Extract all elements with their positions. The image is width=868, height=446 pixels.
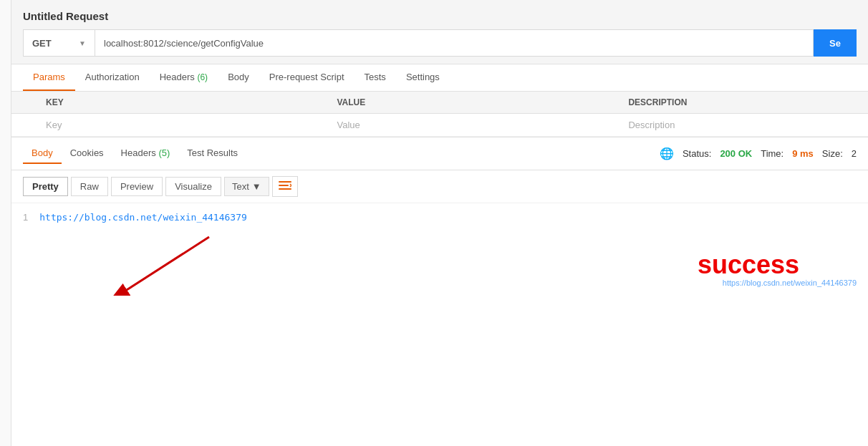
response-tabs: Body Cookies Headers (5) Test Results [23, 143, 660, 164]
svg-rect-1 [279, 185, 289, 186]
arrow-icon [80, 230, 223, 296]
main-content: Untitled Request GET ▼ Se Params Authori… [11, 0, 868, 296]
status-value: 200 OK [720, 148, 752, 159]
wrap-button[interactable] [272, 176, 298, 197]
response-body: 1 https://blog.csdn.net/weixin_44146379 … [11, 203, 868, 296]
type-label: Text [232, 181, 249, 192]
globe-icon[interactable]: 🌐 [660, 147, 674, 160]
watermark-text: https://blog.csdn.net/weixin_44146379 [723, 278, 857, 287]
format-preview-btn[interactable]: Preview [111, 177, 163, 196]
response-meta: 🌐 Status: 200 OK Time: 9 ms Size: 2 [660, 147, 857, 160]
tab-body[interactable]: Body [218, 64, 259, 91]
tab-response-headers[interactable]: Headers (5) [112, 143, 179, 164]
time-label: Time: [761, 148, 783, 159]
format-raw-btn[interactable]: Raw [71, 177, 108, 196]
request-title: Untitled Request [23, 6, 857, 29]
response-bar: Body Cookies Headers (5) Test Results 🌐 … [11, 137, 868, 170]
svg-rect-2 [279, 188, 291, 190]
success-text: success [698, 250, 799, 280]
top-bar: Untitled Request GET ▼ Se [11, 0, 868, 64]
line-number: 1 [23, 212, 28, 223]
svg-line-4 [109, 237, 209, 296]
response-line-1: 1 https://blog.csdn.net/weixin_44146379 [23, 212, 857, 223]
tab-tests[interactable]: Tests [355, 64, 396, 91]
format-pretty-btn[interactable]: Pretty [23, 177, 68, 196]
wrap-icon [279, 180, 291, 190]
size-value: 2 [852, 148, 857, 159]
tab-authorization[interactable]: Authorization [75, 64, 150, 91]
params-table: KEY VALUE DESCRIPTION Key Value Descript… [11, 92, 868, 137]
method-label: GET [32, 38, 52, 49]
col-value-header: VALUE [325, 92, 617, 114]
tab-pre-request[interactable]: Pre-request Script [259, 64, 355, 91]
tab-response-body[interactable]: Body [23, 143, 62, 164]
left-gutter [0, 0, 11, 296]
type-dropdown[interactable]: Text ▼ [224, 177, 269, 196]
request-tabs-bar: Params Authorization Headers (6) Body Pr… [11, 64, 868, 92]
url-bar: GET ▼ Se [23, 29, 857, 64]
time-value: 9 ms [792, 148, 814, 159]
chevron-down-icon: ▼ [252, 181, 261, 192]
svg-rect-0 [279, 181, 291, 183]
url-input[interactable] [95, 29, 814, 57]
method-select[interactable]: GET ▼ [23, 29, 95, 57]
status-label: Status: [683, 148, 711, 159]
tab-headers[interactable]: Headers (6) [150, 64, 218, 91]
tab-settings[interactable]: Settings [396, 64, 450, 91]
chevron-down-icon: ▼ [79, 39, 86, 47]
tab-test-results[interactable]: Test Results [178, 143, 246, 164]
col-checkbox [11, 92, 34, 114]
desc-cell[interactable]: Description [617, 114, 868, 137]
response-url-link[interactable]: https://blog.csdn.net/weixin_44146379 [39, 212, 247, 223]
row-checkbox-cell [11, 114, 34, 137]
send-button[interactable]: Se [814, 29, 857, 57]
value-cell[interactable]: Value [325, 114, 617, 137]
col-desc-header: DESCRIPTION [617, 92, 868, 114]
col-key-header: KEY [34, 92, 325, 114]
arrow-container: success https://blog.csdn.net/weixin_441… [23, 230, 857, 287]
tab-cookies[interactable]: Cookies [62, 143, 112, 164]
format-visualize-btn[interactable]: Visualize [165, 177, 221, 196]
table-row: Key Value Description [11, 114, 868, 137]
response-format-bar: Pretty Raw Preview Visualize Text ▼ [11, 170, 868, 203]
key-cell[interactable]: Key [34, 114, 325, 137]
tab-params[interactable]: Params [23, 64, 75, 91]
size-label: Size: [822, 148, 843, 159]
